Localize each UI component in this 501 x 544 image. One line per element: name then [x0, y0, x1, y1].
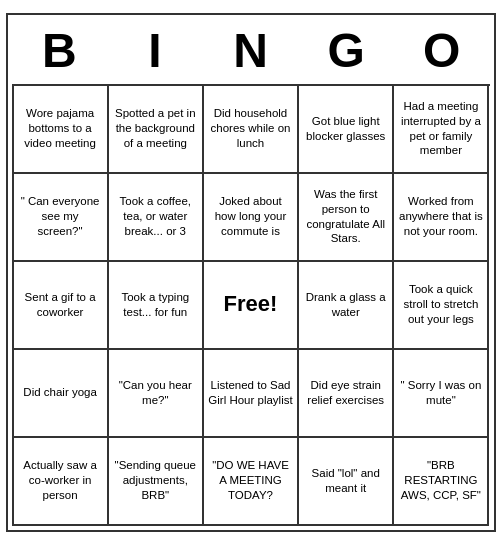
letter-b: B: [14, 23, 104, 78]
bingo-cell-23[interactable]: Said "lol" and meant it: [299, 438, 394, 526]
bingo-cell-4[interactable]: Had a meeting interrupted by a pet or fa…: [394, 86, 489, 174]
letter-n: N: [205, 23, 295, 78]
bingo-cell-2[interactable]: Did household chores while on lunch: [204, 86, 299, 174]
letter-g: G: [301, 23, 391, 78]
bingo-cell-21[interactable]: "Sending queue adjustments, BRB": [109, 438, 204, 526]
letter-o: O: [397, 23, 487, 78]
bingo-cell-3[interactable]: Got blue light blocker glasses: [299, 86, 394, 174]
bingo-cell-13[interactable]: Drank a glass a water: [299, 262, 394, 350]
bingo-grid: Wore pajama bottoms to a video meetingSp…: [12, 84, 490, 526]
letter-i: I: [110, 23, 200, 78]
bingo-cell-18[interactable]: Did eye strain relief exercises: [299, 350, 394, 438]
bingo-cell-19[interactable]: " Sorry I was on mute": [394, 350, 489, 438]
bingo-cell-7[interactable]: Joked about how long your commute is: [204, 174, 299, 262]
bingo-cell-14[interactable]: Took a quick stroll to stretch out your …: [394, 262, 489, 350]
bingo-cell-9[interactable]: Worked from anywhere that is not your ro…: [394, 174, 489, 262]
bingo-cell-15[interactable]: Did chair yoga: [14, 350, 109, 438]
bingo-cell-0[interactable]: Wore pajama bottoms to a video meeting: [14, 86, 109, 174]
bingo-cell-24[interactable]: "BRB RESTARTING AWS, CCP, SF": [394, 438, 489, 526]
bingo-cell-16[interactable]: "Can you hear me?": [109, 350, 204, 438]
bingo-title: B I N G O: [12, 19, 490, 84]
bingo-cell-6[interactable]: Took a coffee, tea, or water break... or…: [109, 174, 204, 262]
bingo-cell-12[interactable]: Free!: [204, 262, 299, 350]
bingo-cell-10[interactable]: Sent a gif to a coworker: [14, 262, 109, 350]
bingo-cell-17[interactable]: Listened to Sad Girl Hour playlist: [204, 350, 299, 438]
bingo-cell-22[interactable]: "DO WE HAVE A MEETING TODAY?: [204, 438, 299, 526]
bingo-cell-20[interactable]: Actually saw a co-worker in person: [14, 438, 109, 526]
bingo-cell-5[interactable]: " Can everyone see my screen?": [14, 174, 109, 262]
bingo-cell-1[interactable]: Spotted a pet in the background of a mee…: [109, 86, 204, 174]
bingo-cell-11[interactable]: Took a typing test... for fun: [109, 262, 204, 350]
bingo-cell-8[interactable]: Was the first person to congratulate All…: [299, 174, 394, 262]
bingo-card: B I N G O Wore pajama bottoms to a video…: [6, 13, 496, 532]
